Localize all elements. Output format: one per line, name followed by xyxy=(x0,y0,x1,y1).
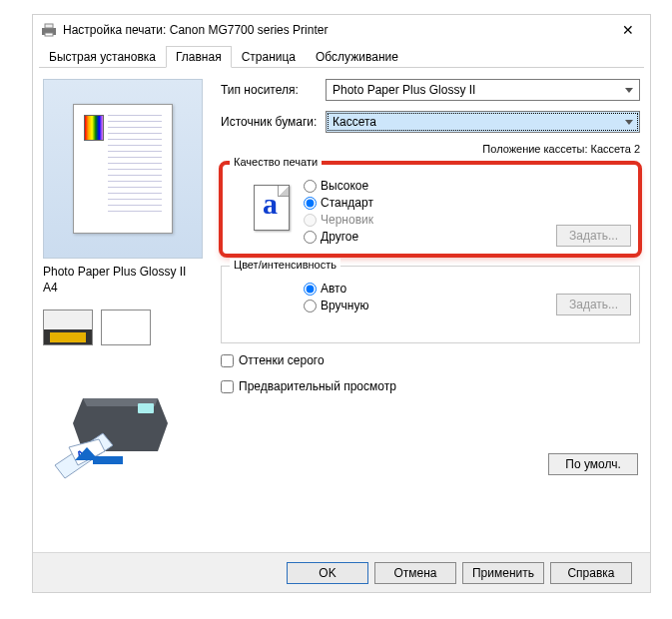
tab-content: Photo Paper Plus Glossy II A4 A xyxy=(33,67,650,546)
svg-rect-10 xyxy=(93,456,123,464)
quality-other-radio[interactable] xyxy=(304,231,317,244)
quality-standard-radio[interactable] xyxy=(304,197,317,210)
color-manual-radio[interactable] xyxy=(304,300,317,312)
settings-panel: Тип носителя: Photo Paper Plus Glossy II… xyxy=(221,79,640,538)
tab-bar: Быстрая установка Главная Страница Обслу… xyxy=(33,46,650,68)
dialog-button-bar: OK Отмена Применить Справка xyxy=(33,552,650,592)
media-type-label: Тип носителя: xyxy=(221,83,326,97)
quality-set-button: Задать... xyxy=(556,225,631,247)
color-auto-radio[interactable] xyxy=(304,283,317,296)
preview-checkbox[interactable] xyxy=(221,380,234,393)
printer-icon xyxy=(41,23,57,37)
quality-icon xyxy=(248,184,296,232)
quality-other-row[interactable]: Другое xyxy=(304,230,548,244)
defaults-row: По умолч. xyxy=(221,453,640,475)
paper-source-row: Источник бумаги: Кассета xyxy=(221,111,640,133)
print-settings-dialog: Настройка печати: Canon MG7700 series Pr… xyxy=(32,14,651,593)
thumbnail-row xyxy=(43,310,213,345)
cancel-button[interactable]: Отмена xyxy=(374,562,456,584)
paper-size-text: A4 xyxy=(43,281,213,297)
cassette-position-label: Положение кассеты: Кассета 2 xyxy=(221,143,640,155)
quality-high-row[interactable]: Высокое xyxy=(304,179,548,193)
paper-type-text: Photo Paper Plus Glossy II xyxy=(43,265,213,281)
page-preview-box xyxy=(43,79,203,259)
tab-page[interactable]: Страница xyxy=(232,46,306,68)
preview-row[interactable]: Предварительный просмотр xyxy=(221,379,640,393)
close-icon[interactable]: ✕ xyxy=(614,22,642,38)
paper-source-label: Источник бумаги: xyxy=(221,115,326,129)
printer-illustration: A xyxy=(43,373,183,483)
svg-rect-1 xyxy=(45,24,53,28)
blank-thumb[interactable] xyxy=(101,310,151,345)
ok-button[interactable]: OK xyxy=(287,562,368,584)
svg-rect-2 xyxy=(45,33,53,36)
titlebar: Настройка печати: Canon MG7700 series Pr… xyxy=(33,15,650,45)
apply-button[interactable]: Применить xyxy=(462,562,544,584)
defaults-button[interactable]: По умолч. xyxy=(548,453,638,475)
color-set-button: Задать... xyxy=(556,294,631,315)
quality-draft-radio xyxy=(304,214,317,227)
grayscale-row[interactable]: Оттенки серого xyxy=(221,353,640,367)
quality-standard-row[interactable]: Стандарт xyxy=(304,196,548,210)
page-preview xyxy=(73,104,173,234)
preview-panel: Photo Paper Plus Glossy II A4 A xyxy=(43,79,213,538)
color-manual-row[interactable]: Вручную xyxy=(304,299,548,312)
grayscale-label: Оттенки серого xyxy=(239,353,325,367)
cassette-thumb[interactable] xyxy=(43,310,93,345)
tab-quick-setup[interactable]: Быстрая установка xyxy=(39,46,166,68)
help-button[interactable]: Справка xyxy=(550,562,632,584)
preview-label: Предварительный просмотр xyxy=(239,379,396,393)
color-auto-row[interactable]: Авто xyxy=(304,282,548,296)
paper-label: Photo Paper Plus Glossy II A4 xyxy=(43,265,213,296)
media-type-combo[interactable]: Photo Paper Plus Glossy II xyxy=(326,79,640,101)
print-quality-title: Качество печати xyxy=(230,156,322,168)
paper-source-combo[interactable]: Кассета xyxy=(326,111,640,133)
color-intensity-title: Цвет/интенсивность xyxy=(230,259,340,271)
window-title: Настройка печати: Canon MG7700 series Pr… xyxy=(63,23,614,37)
quality-draft-row: Черновик xyxy=(304,213,548,227)
grayscale-checkbox[interactable] xyxy=(221,354,234,367)
quality-high-radio[interactable] xyxy=(304,180,317,193)
tab-main[interactable]: Главная xyxy=(166,46,232,68)
svg-rect-5 xyxy=(138,403,154,413)
media-type-row: Тип носителя: Photo Paper Plus Glossy II xyxy=(221,79,640,101)
print-quality-group: Качество печати Высокое Стандарт Чернови… xyxy=(221,163,640,256)
color-intensity-group: Цвет/интенсивность Авто Вручную Задать..… xyxy=(221,266,640,343)
tab-maintenance[interactable]: Обслуживание xyxy=(306,46,408,68)
